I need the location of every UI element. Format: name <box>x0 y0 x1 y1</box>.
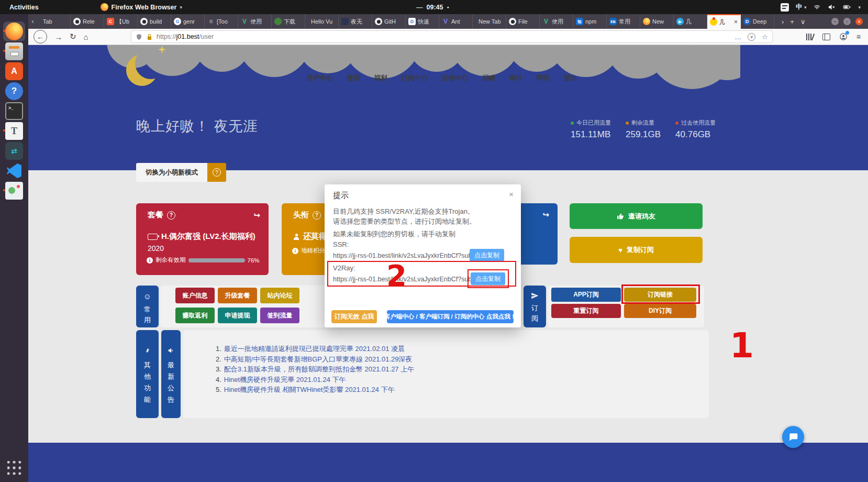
question-icon[interactable] <box>167 211 175 220</box>
close-window-button[interactable] <box>855 18 863 25</box>
question-icon[interactable] <box>313 211 321 220</box>
home-button[interactable]: ⌂ <box>84 32 88 41</box>
browser-tab[interactable]: New <box>640 14 674 29</box>
browser-tab[interactable]: [Too <box>205 14 238 29</box>
dock-item[interactable] <box>3 141 25 161</box>
app-menu[interactable]: Firefox Web Browser ▾ <box>101 3 182 11</box>
common-action-button[interactable]: 升级套餐 <box>218 288 257 303</box>
share-arrow-icon[interactable] <box>542 210 549 220</box>
input-indicator-icon[interactable] <box>781 3 789 12</box>
page-actions-icon[interactable]: … <box>735 33 741 41</box>
browser-tab[interactable]: Tab <box>37 14 71 29</box>
browser-tab[interactable]: File <box>506 14 540 29</box>
sidebar-toggle-icon[interactable] <box>822 34 830 40</box>
forward-button[interactable]: → <box>54 32 62 41</box>
bookmark-star-icon[interactable]: ☆ <box>762 33 768 41</box>
dock-item[interactable] <box>3 81 25 101</box>
scroll-tabs-right-icon[interactable]: › <box>782 18 784 26</box>
url-bar[interactable]: https://j01.best/user … ∨ ☆ <box>131 30 773 43</box>
subscribe-action-button[interactable]: 重置订阅 <box>551 304 621 318</box>
battery-icon[interactable] <box>842 3 851 11</box>
browser-tab[interactable]: genr <box>171 14 205 29</box>
chat-launcher-button[interactable] <box>782 426 804 448</box>
browser-tab[interactable]: build <box>138 14 171 29</box>
mode-help-button[interactable] <box>207 163 226 182</box>
invite-friends-button[interactable]: 邀请鸡友 <box>570 203 703 229</box>
browser-tab[interactable]: Ant <box>439 14 473 29</box>
common-action-button[interactable]: 申请提现 <box>218 308 257 323</box>
site-nav-link[interactable]: 登出 <box>564 74 577 83</box>
site-nav-link[interactable]: 审计 <box>509 74 522 83</box>
hamburger-menu-icon[interactable]: ≡ <box>856 32 861 41</box>
copy-subscription-button[interactable]: 复制订阅 <box>570 237 703 263</box>
dialog-close-icon[interactable]: × <box>509 190 514 199</box>
back-button[interactable]: ← <box>34 30 47 43</box>
activities-button[interactable]: Activities <box>9 4 39 11</box>
share-arrow-icon[interactable] <box>253 211 260 220</box>
browser-tab[interactable]: 夜无 <box>339 14 372 29</box>
site-nav-link[interactable]: 用户中心 <box>307 74 333 83</box>
subscription-invalid-button[interactable]: 订阅无效 点我 <box>331 310 377 323</box>
dock-item[interactable] <box>3 181 25 201</box>
announcement-link[interactable]: Hinet機房硬件升級完畢 2021.01.24 下午 <box>224 375 346 385</box>
browser-tab[interactable]: 【Ub <box>104 14 138 29</box>
library-icon[interactable] <box>806 34 814 40</box>
browser-tab[interactable]: 下载 <box>272 14 305 29</box>
switch-newbie-mode-button[interactable]: 切换为小萌新模式 <box>136 163 207 182</box>
browser-tab[interactable]: 常用 <box>607 14 640 29</box>
lock-warning-icon[interactable] <box>146 34 153 40</box>
tab-list-dropdown-icon[interactable]: ∨ <box>800 18 806 26</box>
subscribe-action-button[interactable]: DIY订阅 <box>624 304 696 318</box>
announcement-link[interactable]: 配合3.1新版本升級，所有餘額調整到抵扣金幣 2021.01.27 上午 <box>224 364 414 375</box>
dock-item[interactable] <box>3 101 25 121</box>
common-action-button[interactable]: 签到流量 <box>260 308 299 323</box>
browser-tab[interactable]: 快速 <box>406 14 439 29</box>
dock-item[interactable] <box>3 21 25 41</box>
tab-other-functions[interactable]: 其他功能 <box>136 330 159 418</box>
site-nav-link[interactable]: 帮助 <box>537 74 550 83</box>
browser-tab[interactable]: 使用 <box>238 14 272 29</box>
common-action-button[interactable]: 站内论坛 <box>260 288 299 303</box>
input-method-indicator[interactable]: 中 ▾ <box>796 3 807 12</box>
ssr-copy-button[interactable]: 点击复制 <box>470 249 504 261</box>
tab-latest-news[interactable]: 最新公告 <box>161 330 181 418</box>
browser-tab[interactable]: New Tab <box>473 14 506 29</box>
pocket-icon[interactable]: ∨ <box>748 33 755 41</box>
browser-tab[interactable]: Hello Vu <box>305 14 339 29</box>
minimize-button[interactable] <box>831 18 839 25</box>
chevron-down-icon[interactable]: ▾ <box>858 5 861 10</box>
common-action-button[interactable]: 赚取返利 <box>175 308 215 323</box>
browser-tab[interactable]: npm <box>573 14 607 29</box>
announcement-link[interactable]: 最近一批地精邀請返利提現已提現處理完畢 2021.02.01 凌晨 <box>224 344 405 354</box>
show-applications-button[interactable] <box>0 459 28 477</box>
shield-icon[interactable] <box>136 34 142 40</box>
browser-tab[interactable]: 使用 <box>540 14 573 29</box>
announcement-link[interactable]: Hinet機房硬件升級 相關TWHinet受影響 2021.01.24 下午 <box>224 385 395 395</box>
account-icon[interactable] <box>839 32 848 41</box>
site-nav-link[interactable]: 活动中心 <box>442 74 468 83</box>
site-nav-link[interactable]: 使用 <box>347 74 360 83</box>
browser-tab[interactable]: 几 <box>707 14 741 29</box>
site-nav-link[interactable]: 订阅中心 <box>402 74 428 83</box>
announcement-link[interactable]: 中高短期/中等長期套餐新增BGP入口華東專線 2021.01.29深夜 <box>224 354 413 365</box>
wifi-icon[interactable] <box>813 3 821 11</box>
scroll-tabs-left-icon[interactable]: ‹ <box>28 14 37 29</box>
browser-tab[interactable]: 几 <box>674 14 707 29</box>
browser-tab[interactable]: Rele <box>71 14 104 29</box>
tab-common[interactable]: 常用 <box>136 286 159 327</box>
dock-item[interactable] <box>3 61 25 81</box>
subscribe-action-button[interactable]: APP订阅 <box>551 288 621 302</box>
client-center-button[interactable]: 客户端中心 / 客户端订阅 / 订阅的中心 点我点我！ <box>387 310 514 323</box>
volume-muted-icon[interactable] <box>828 3 836 11</box>
tab-close-icon[interactable] <box>734 18 738 26</box>
maximize-button[interactable] <box>843 18 851 25</box>
browser-tab[interactable]: GitH <box>372 14 406 29</box>
site-nav-link[interactable]: 福利 <box>374 74 387 83</box>
browser-tab[interactable]: Deep <box>741 14 774 29</box>
dock-item[interactable] <box>3 121 25 141</box>
new-tab-button[interactable]: + <box>790 18 794 26</box>
dock-item[interactable] <box>3 41 25 61</box>
clock[interactable]: — 09:45 ● <box>416 4 449 11</box>
reload-button[interactable]: ↻ <box>70 32 76 41</box>
dock-item[interactable] <box>3 161 25 181</box>
